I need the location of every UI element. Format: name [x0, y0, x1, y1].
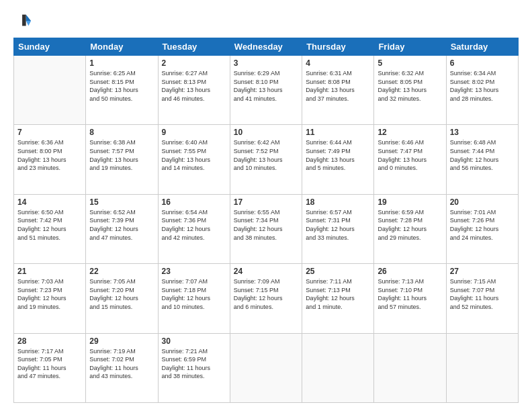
calendar-cell: 27Sunrise: 7:15 AMSunset: 7:07 PMDayligh… [446, 264, 518, 333]
day-number: 16 [162, 197, 226, 207]
day-number: 6 [450, 58, 515, 68]
calendar-cell: 2Sunrise: 6:27 AMSunset: 8:13 PMDaylight… [158, 56, 230, 125]
day-number: 26 [378, 267, 442, 276]
day-info: Sunrise: 6:38 AMSunset: 7:57 PMDaylight:… [89, 138, 154, 172]
day-info: Sunrise: 7:11 AMSunset: 7:13 PMDaylight:… [306, 277, 370, 311]
calendar-cell [374, 333, 446, 402]
day-info: Sunrise: 7:19 AMSunset: 7:02 PMDaylight:… [89, 347, 154, 381]
day-number: 3 [234, 58, 298, 68]
day-number: 29 [89, 336, 154, 346]
svg-marker-1 [26, 21, 31, 26]
day-number: 18 [306, 197, 370, 207]
calendar-week-4: 28Sunrise: 7:17 AMSunset: 7:05 PMDayligh… [14, 333, 519, 402]
day-info: Sunrise: 6:31 AMSunset: 8:08 PMDaylight:… [306, 69, 370, 103]
day-info: Sunrise: 6:27 AMSunset: 8:13 PMDaylight:… [162, 69, 226, 103]
day-number: 23 [162, 267, 226, 276]
weekday-header-row: SundayMondayTuesdayWednesdayThursdayFrid… [14, 38, 519, 56]
day-info: Sunrise: 7:15 AMSunset: 7:07 PMDaylight:… [450, 277, 515, 311]
day-number: 9 [162, 128, 226, 137]
calendar-cell: 25Sunrise: 7:11 AMSunset: 7:13 PMDayligh… [302, 264, 374, 333]
calendar-week-3: 21Sunrise: 7:03 AMSunset: 7:23 PMDayligh… [14, 264, 519, 333]
calendar-cell: 8Sunrise: 6:38 AMSunset: 7:57 PMDaylight… [86, 125, 158, 194]
calendar-cell [230, 333, 302, 402]
day-number: 27 [450, 267, 515, 276]
header [13, 12, 519, 31]
day-number: 12 [378, 128, 442, 137]
calendar-cell: 11Sunrise: 6:44 AMSunset: 7:49 PMDayligh… [302, 125, 374, 194]
day-info: Sunrise: 6:25 AMSunset: 8:15 PMDaylight:… [89, 69, 154, 103]
day-number: 4 [306, 58, 370, 68]
calendar-week-0: 1Sunrise: 6:25 AMSunset: 8:15 PMDaylight… [14, 56, 519, 125]
day-info: Sunrise: 6:32 AMSunset: 8:05 PMDaylight:… [378, 69, 442, 103]
day-info: Sunrise: 6:42 AMSunset: 7:52 PMDaylight:… [234, 138, 298, 172]
day-info: Sunrise: 6:59 AMSunset: 7:28 PMDaylight:… [378, 208, 442, 242]
day-number: 13 [450, 128, 515, 137]
weekday-header-saturday: Saturday [446, 38, 518, 56]
day-number: 11 [306, 128, 370, 137]
calendar-table: SundayMondayTuesdayWednesdayThursdayFrid… [13, 38, 519, 403]
calendar-week-1: 7Sunrise: 6:36 AMSunset: 8:00 PMDaylight… [14, 125, 519, 194]
logo-icon [13, 12, 32, 31]
calendar-cell: 3Sunrise: 6:29 AMSunset: 8:10 PMDaylight… [230, 56, 302, 125]
day-info: Sunrise: 7:21 AMSunset: 6:59 PMDaylight:… [162, 347, 226, 381]
calendar-cell: 18Sunrise: 6:57 AMSunset: 7:31 PMDayligh… [302, 194, 374, 263]
weekday-header-monday: Monday [86, 38, 158, 56]
weekday-header-friday: Friday [374, 38, 446, 56]
calendar-cell [302, 333, 374, 402]
calendar-cell: 14Sunrise: 6:50 AMSunset: 7:42 PMDayligh… [14, 194, 86, 263]
calendar-cell: 6Sunrise: 6:34 AMSunset: 8:02 PMDaylight… [446, 56, 518, 125]
day-info: Sunrise: 6:44 AMSunset: 7:49 PMDaylight:… [306, 138, 370, 172]
calendar-cell: 28Sunrise: 7:17 AMSunset: 7:05 PMDayligh… [14, 333, 86, 402]
day-info: Sunrise: 6:50 AMSunset: 7:42 PMDaylight:… [17, 208, 82, 242]
calendar-cell: 9Sunrise: 6:40 AMSunset: 7:55 PMDaylight… [158, 125, 230, 194]
weekday-header-wednesday: Wednesday [230, 38, 302, 56]
day-number: 2 [162, 58, 226, 68]
day-number: 20 [450, 197, 515, 207]
day-info: Sunrise: 6:36 AMSunset: 8:00 PMDaylight:… [17, 138, 82, 172]
calendar-cell [14, 56, 86, 125]
calendar-cell: 10Sunrise: 6:42 AMSunset: 7:52 PMDayligh… [230, 125, 302, 194]
day-number: 25 [306, 267, 370, 276]
calendar-cell: 30Sunrise: 7:21 AMSunset: 6:59 PMDayligh… [158, 333, 230, 402]
day-info: Sunrise: 7:17 AMSunset: 7:05 PMDaylight:… [17, 347, 82, 381]
weekday-header-sunday: Sunday [14, 38, 86, 56]
day-info: Sunrise: 7:07 AMSunset: 7:18 PMDaylight:… [162, 277, 226, 311]
calendar-cell: 5Sunrise: 6:32 AMSunset: 8:05 PMDaylight… [374, 56, 446, 125]
day-number: 15 [89, 197, 154, 207]
day-info: Sunrise: 6:46 AMSunset: 7:47 PMDaylight:… [378, 138, 442, 172]
day-info: Sunrise: 7:13 AMSunset: 7:10 PMDaylight:… [378, 277, 442, 311]
weekday-header-thursday: Thursday [302, 38, 374, 56]
day-number: 24 [234, 267, 298, 276]
calendar-cell: 16Sunrise: 6:54 AMSunset: 7:36 PMDayligh… [158, 194, 230, 263]
day-info: Sunrise: 6:55 AMSunset: 7:34 PMDaylight:… [234, 208, 298, 242]
calendar-cell: 24Sunrise: 7:09 AMSunset: 7:15 PMDayligh… [230, 264, 302, 333]
day-info: Sunrise: 7:03 AMSunset: 7:23 PMDaylight:… [17, 277, 82, 311]
day-info: Sunrise: 7:09 AMSunset: 7:15 PMDaylight:… [234, 277, 298, 311]
calendar-cell: 26Sunrise: 7:13 AMSunset: 7:10 PMDayligh… [374, 264, 446, 333]
day-info: Sunrise: 6:29 AMSunset: 8:10 PMDaylight:… [234, 69, 298, 103]
calendar-cell: 19Sunrise: 6:59 AMSunset: 7:28 PMDayligh… [374, 194, 446, 263]
calendar-cell: 12Sunrise: 6:46 AMSunset: 7:47 PMDayligh… [374, 125, 446, 194]
calendar-cell: 17Sunrise: 6:55 AMSunset: 7:34 PMDayligh… [230, 194, 302, 263]
weekday-header-tuesday: Tuesday [158, 38, 230, 56]
day-info: Sunrise: 6:52 AMSunset: 7:39 PMDaylight:… [89, 208, 154, 242]
calendar-cell: 20Sunrise: 7:01 AMSunset: 7:26 PMDayligh… [446, 194, 518, 263]
day-info: Sunrise: 6:57 AMSunset: 7:31 PMDaylight:… [306, 208, 370, 242]
calendar-cell: 23Sunrise: 7:07 AMSunset: 7:18 PMDayligh… [158, 264, 230, 333]
calendar-cell: 29Sunrise: 7:19 AMSunset: 7:02 PMDayligh… [86, 333, 158, 402]
day-number: 22 [89, 267, 154, 276]
page: SundayMondayTuesdayWednesdayThursdayFrid… [0, 0, 532, 411]
day-info: Sunrise: 6:48 AMSunset: 7:44 PMDaylight:… [450, 138, 515, 172]
logo [13, 12, 35, 31]
day-number: 21 [17, 267, 82, 276]
day-info: Sunrise: 7:01 AMSunset: 7:26 PMDaylight:… [450, 208, 515, 242]
day-info: Sunrise: 6:54 AMSunset: 7:36 PMDaylight:… [162, 208, 226, 242]
calendar-cell: 13Sunrise: 6:48 AMSunset: 7:44 PMDayligh… [446, 125, 518, 194]
calendar-cell [446, 333, 518, 402]
day-number: 19 [378, 197, 442, 207]
day-info: Sunrise: 6:34 AMSunset: 8:02 PMDaylight:… [450, 69, 515, 103]
svg-marker-0 [26, 15, 31, 21]
day-info: Sunrise: 6:40 AMSunset: 7:55 PMDaylight:… [162, 138, 226, 172]
calendar-cell: 22Sunrise: 7:05 AMSunset: 7:20 PMDayligh… [86, 264, 158, 333]
calendar-week-2: 14Sunrise: 6:50 AMSunset: 7:42 PMDayligh… [14, 194, 519, 263]
